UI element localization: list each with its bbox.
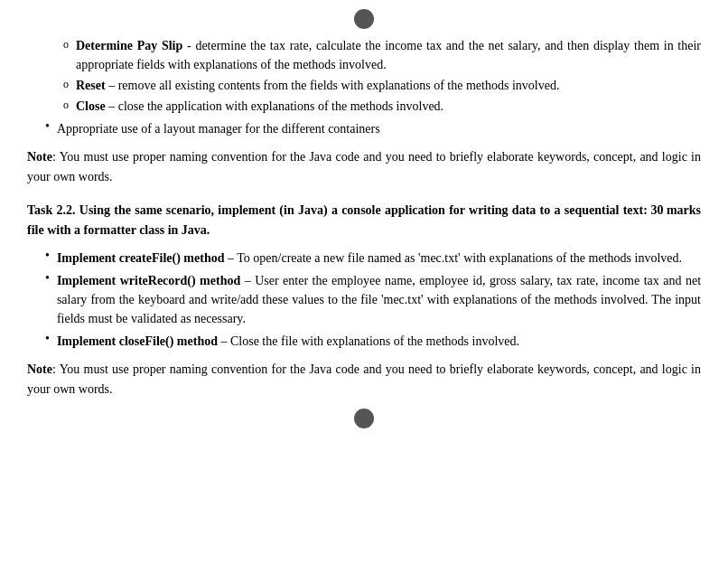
bullet-list: • Appropriate use of a layout manager fo… [27, 119, 701, 138]
task22-bullet-closefile: • Implement closeFile() method – Close t… [27, 332, 701, 351]
sub-bullet-close: o [63, 97, 69, 112]
sub-text-reset: Reset – remove all existing contents fro… [76, 76, 701, 95]
note2-section: Note: You must use proper naming convent… [27, 360, 701, 400]
task22-title: Task 2.2. Using the same scenario, imple… [27, 203, 643, 237]
close-label: Close [76, 99, 106, 113]
bullet-text-createfile: Implement createFile() method – To open/… [57, 249, 701, 268]
sub-item-determine: o Determine Pay Slip - determine the tax… [27, 36, 701, 74]
page-container: o Determine Pay Slip - determine the tax… [0, 0, 728, 564]
createfile-label: Implement createFile() method [57, 251, 225, 265]
reset-label: Reset [76, 79, 106, 92]
close-text: close the application with explanations … [118, 99, 443, 113]
task22-bullet-writerecord: • Implement writeRecord() method – User … [27, 271, 701, 328]
bullet-dot-layout: • [45, 119, 50, 134]
closefile-sep: – [218, 334, 230, 348]
bullet-text-writerecord: Implement writeRecord() method – User en… [57, 271, 701, 328]
writerecord-label: Implement writeRecord() method [57, 274, 240, 287]
reset-sep: – [106, 79, 118, 92]
bullet-dot-writerecord: • [45, 271, 50, 286]
bottom-circle-icon[interactable] [354, 409, 374, 428]
task22-marks: : 30 marks [643, 201, 701, 221]
sub-list: o Determine Pay Slip - determine the tax… [27, 36, 701, 116]
reset-text: remove all existing contents from the fi… [118, 79, 560, 92]
note2-colon: : [52, 362, 60, 376]
determine-label: Determine Pay Slip [76, 39, 182, 52]
bullet-dot-createfile: • [45, 249, 50, 263]
sub-item-close: o Close – close the application with exp… [27, 97, 701, 116]
createfile-text: To open/create a new file named as 'mec.… [237, 251, 682, 265]
bullet-text-closefile: Implement closeFile() method – Close the… [57, 332, 701, 351]
bullet-item-layout: • Appropriate use of a layout manager fo… [27, 119, 701, 138]
closefile-label: Implement closeFile() method [57, 334, 218, 348]
note1-colon: : [52, 150, 60, 164]
sub-text-determine: Determine Pay Slip - determine the tax r… [76, 36, 701, 74]
bullet-text-layout: Appropriate use of a layout manager for … [57, 119, 701, 138]
note1-label: Note [27, 150, 52, 164]
top-indicator [27, 9, 701, 29]
writerecord-sep: – [240, 274, 255, 287]
sub-bullet-reset: o [63, 76, 69, 91]
sub-text-close: Close – close the application with expla… [76, 97, 701, 116]
createfile-sep: – [224, 251, 237, 265]
close-sep: – [106, 99, 118, 113]
task22-bullet-list: • Implement createFile() method – To ope… [27, 249, 701, 351]
note1-text: You must use proper naming convention fo… [27, 150, 701, 183]
note1-section: Note: You must use proper naming convent… [27, 147, 701, 188]
sub-item-reset: o Reset – remove all existing contents f… [27, 76, 701, 95]
bullet-dot-closefile: • [45, 332, 50, 346]
closefile-text: Close the file with explanations of the … [230, 334, 519, 348]
note2-text: You must use proper naming convention fo… [27, 362, 701, 396]
task22-header: : 30 marks Task 2.2. Using the same scen… [27, 201, 701, 241]
sub-bullet-determine: o [63, 36, 69, 52]
note2-label: Note [27, 362, 52, 376]
bottom-indicator [27, 409, 701, 428]
task22-bullet-createfile: • Implement createFile() method – To ope… [27, 249, 701, 268]
top-circle-icon[interactable] [354, 9, 374, 29]
